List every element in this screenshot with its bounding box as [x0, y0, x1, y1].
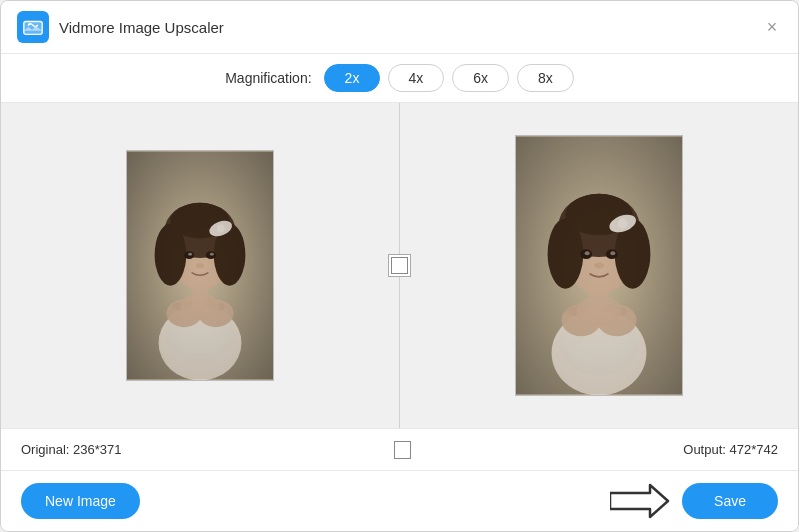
svg-rect-26	[127, 152, 273, 380]
title-left: Vidmore Image Upscaler	[17, 11, 224, 43]
center-square-icon	[391, 257, 408, 274]
mag-6x-button[interactable]: 6x	[452, 64, 509, 92]
bottom-bar: New Image Save	[1, 470, 798, 531]
app-icon	[17, 11, 49, 43]
output-image	[515, 135, 683, 396]
new-image-button[interactable]: New Image	[21, 483, 140, 519]
info-bar: Original: 236*371 Output: 472*742	[1, 428, 798, 470]
output-size-label: Output: 472*742	[683, 442, 778, 457]
title-bar: Vidmore Image Upscaler ×	[1, 1, 798, 54]
output-preview-panel	[400, 103, 799, 428]
mag-8x-button[interactable]: 8x	[517, 64, 574, 92]
divider-icon	[388, 254, 411, 277]
original-size-label: Original: 236*371	[21, 442, 121, 457]
original-preview-panel	[1, 103, 400, 428]
preview-area	[1, 103, 798, 428]
arrow-icon	[610, 483, 670, 519]
save-area: Save	[610, 483, 778, 519]
main-window: Vidmore Image Upscaler × Magnification: …	[0, 0, 799, 532]
magnification-bar: Magnification: 2x 4x 6x 8x	[1, 54, 798, 103]
mag-2x-button[interactable]: 2x	[324, 64, 381, 92]
original-image	[126, 150, 274, 381]
svg-marker-52	[610, 485, 668, 517]
close-button[interactable]: ×	[762, 17, 782, 37]
save-button[interactable]: Save	[682, 483, 778, 519]
center-divider-icon	[394, 441, 411, 459]
svg-rect-0	[24, 22, 42, 35]
app-title: Vidmore Image Upscaler	[59, 19, 224, 36]
svg-point-1	[28, 23, 30, 25]
mag-4x-button[interactable]: 4x	[388, 64, 444, 92]
magnification-label: Magnification:	[225, 70, 311, 86]
svg-rect-51	[516, 137, 682, 395]
